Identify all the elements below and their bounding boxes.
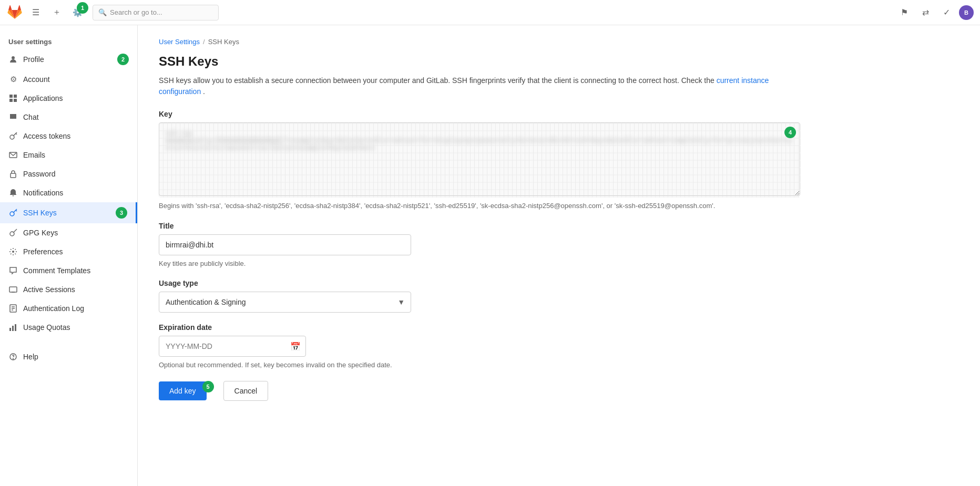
profile-icon: [8, 55, 18, 64]
sidebar-item-profile[interactable]: Profile 2: [0, 49, 137, 70]
sidebar-item-applications[interactable]: Applications: [0, 89, 137, 108]
sidebar-item-chat[interactable]: Chat: [0, 108, 137, 127]
help-item[interactable]: Help: [0, 347, 137, 366]
access-tokens-icon: [8, 131, 18, 141]
badge-3: 3: [116, 207, 127, 219]
ssh-keys-icon: [8, 208, 18, 218]
key-textarea[interactable]: [159, 122, 800, 196]
sidebar-item-authentication-log-label: Authentication Log: [23, 304, 84, 313]
usage-quotas-icon: [8, 323, 18, 332]
expiration-hint: Optional but recommended. If set, key be…: [159, 360, 800, 370]
svg-rect-3: [9, 99, 13, 102]
title-input[interactable]: [159, 234, 411, 255]
add-key-button-label: Add key: [169, 387, 196, 395]
sidebar: User settings Profile 2 ⚙ Account Applic…: [0, 25, 138, 486]
sidebar-section-title: User settings: [0, 34, 137, 49]
sidebar-item-access-tokens[interactable]: Access tokens: [0, 127, 137, 146]
sidebar-item-notifications-label: Notifications: [23, 189, 63, 197]
gpg-keys-icon: [8, 228, 18, 237]
password-icon: [8, 169, 18, 179]
calendar-icon[interactable]: 📅: [290, 342, 301, 351]
account-icon: ⚙: [8, 75, 18, 84]
search-placeholder: Search or go to...: [110, 8, 162, 16]
title-hint: Key titles are publicly visible.: [159, 258, 800, 269]
usage-type-group: Usage type Authentication & SigningAuthe…: [159, 279, 800, 313]
sidebar-item-notifications[interactable]: Notifications: [0, 183, 137, 202]
sidebar-item-emails[interactable]: Emails: [0, 146, 137, 164]
applications-icon: [8, 94, 18, 103]
svg-point-10: [10, 212, 14, 216]
new-item-button[interactable]: ＋: [48, 4, 65, 21]
sidebar-item-preferences[interactable]: Preferences: [0, 242, 137, 261]
issues-button[interactable]: ⚑: [896, 4, 913, 21]
key-label: Key: [159, 110, 800, 118]
badge-5: 5: [202, 381, 214, 392]
breadcrumb-separator: /: [203, 38, 205, 46]
sidebar-item-chat-label: Chat: [23, 113, 39, 121]
preferences-icon: [8, 247, 18, 256]
notifications-icon: [8, 188, 18, 198]
sidebar-toggle-button[interactable]: ☰: [27, 4, 44, 21]
badge-4: 4: [784, 127, 796, 138]
sidebar-item-account[interactable]: ⚙ Account: [0, 70, 137, 89]
chat-icon: [8, 112, 18, 122]
help-icon: [8, 352, 18, 361]
gitlab-logo[interactable]: [6, 4, 23, 21]
sidebar-item-authentication-log[interactable]: Authentication Log: [0, 299, 137, 318]
sidebar-item-preferences-label: Preferences: [23, 247, 63, 256]
topbar: ☰ ＋ ⚙️ 1 🔍 Search or go to... ⚑ ⇄ ✓ B: [0, 0, 980, 25]
sidebar-item-ssh-keys[interactable]: SSH Keys 3: [0, 202, 137, 223]
expiration-label: Expiration date: [159, 323, 800, 332]
sidebar-item-comment-templates[interactable]: Comment Templates: [0, 261, 137, 280]
key-hint: Begins with 'ssh-rsa', 'ecdsa-sha2-nistp…: [159, 201, 800, 211]
breadcrumb-parent[interactable]: User Settings: [159, 38, 200, 46]
svg-point-5: [10, 135, 14, 139]
svg-point-15: [12, 251, 14, 253]
sidebar-item-ssh-keys-label: SSH Keys: [23, 209, 57, 217]
svg-rect-16: [9, 287, 17, 292]
title-label: Title: [159, 222, 800, 230]
sidebar-item-active-sessions[interactable]: Active Sessions: [0, 280, 137, 299]
search-bar[interactable]: 🔍 Search or go to...: [93, 5, 219, 20]
expiration-date-input[interactable]: [159, 336, 306, 357]
sidebar-item-account-label: Account: [23, 75, 50, 84]
avatar[interactable]: B: [959, 5, 974, 20]
sidebar-item-gpg-keys-label: GPG Keys: [23, 229, 58, 237]
svg-line-12: [16, 210, 17, 211]
date-input-wrapper: 📅: [159, 336, 306, 357]
badge-2: 2: [117, 54, 129, 65]
svg-rect-23: [12, 326, 14, 331]
svg-rect-4: [14, 99, 17, 102]
key-field-group: Key 4 Begins with 'ssh-rsa', 'ecdsa-sha2…: [159, 110, 800, 211]
svg-point-26: [13, 359, 14, 359]
usage-type-select[interactable]: Authentication & SigningAuthentication o…: [159, 292, 411, 313]
add-key-button[interactable]: Add key: [159, 381, 207, 400]
svg-rect-22: [9, 328, 11, 331]
sidebar-item-profile-label: Profile: [23, 55, 44, 64]
merge-requests-button[interactable]: ⇄: [917, 4, 934, 21]
ssh-key-form: Key 4 Begins with 'ssh-rsa', 'ecdsa-sha2…: [159, 110, 800, 401]
sidebar-item-emails-label: Emails: [23, 151, 45, 159]
svg-rect-2: [14, 95, 17, 98]
search-icon: 🔍: [98, 8, 107, 16]
sidebar-item-usage-quotas[interactable]: Usage Quotas: [0, 318, 137, 337]
sidebar-item-comment-templates-label: Comment Templates: [23, 266, 90, 275]
breadcrumb: User Settings / SSH Keys: [159, 38, 959, 46]
key-textarea-container: 4: [159, 122, 800, 198]
emails-icon: [8, 150, 18, 160]
comment-templates-icon: [8, 266, 18, 275]
help-label: Help: [23, 353, 38, 361]
page-title: SSH Keys: [159, 54, 959, 69]
svg-point-0: [12, 56, 15, 59]
badge-1: 1: [77, 2, 88, 14]
sidebar-item-gpg-keys[interactable]: GPG Keys: [0, 223, 137, 242]
sidebar-item-password[interactable]: Password: [0, 164, 137, 183]
page-description: SSH keys allow you to establish a secure…: [159, 75, 790, 97]
svg-line-7: [16, 133, 17, 135]
sidebar-item-usage-quotas-label: Usage Quotas: [23, 323, 70, 332]
svg-rect-1: [9, 95, 13, 98]
cancel-button[interactable]: Cancel: [223, 381, 269, 401]
todos-button[interactable]: ✓: [938, 4, 955, 21]
active-sessions-icon: [8, 285, 18, 294]
title-field-group: Title Key titles are publicly visible.: [159, 222, 800, 269]
